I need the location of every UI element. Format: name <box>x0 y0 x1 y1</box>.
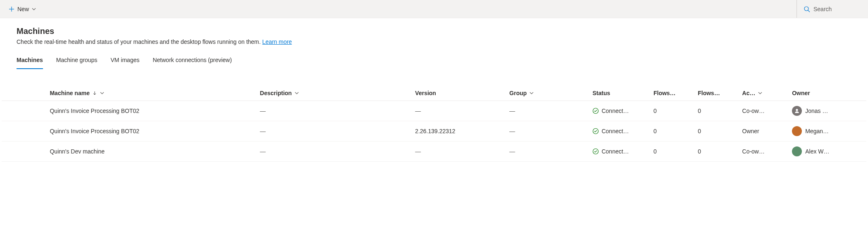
col-group-label: Group <box>509 90 527 96</box>
subtitle-text: Check the real-time health and status of… <box>17 38 262 45</box>
col-access-label: Ac… <box>742 90 756 96</box>
avatar <box>792 126 802 136</box>
row-select-cell <box>2 101 35 121</box>
chevron-down-icon <box>31 7 36 12</box>
row-select-cell <box>2 141 35 162</box>
sort-arrow-down-icon <box>92 91 97 96</box>
learn-more-link[interactable]: Learn more <box>262 38 292 45</box>
col-flows-queued[interactable]: Flows… <box>694 86 739 101</box>
command-bar: New <box>0 0 868 18</box>
col-flows-running[interactable]: Flows… <box>650 86 694 101</box>
status-connected-icon <box>592 108 599 114</box>
cell-machine-name[interactable]: Quinn's Invoice Processing BOT02 <box>35 101 256 121</box>
cell-owner: Jonas … <box>789 101 866 121</box>
status-connected-icon <box>592 128 599 134</box>
svg-point-2 <box>804 7 808 11</box>
machines-table: Machine name Description <box>2 86 866 162</box>
avatar <box>792 146 802 156</box>
cell-status: Connect… <box>589 121 650 141</box>
cell-flows-running: 0 <box>650 141 694 162</box>
col-description[interactable]: Description <box>257 86 412 101</box>
tab-vm-images[interactable]: VM images <box>110 53 139 69</box>
col-machine-name[interactable]: Machine name <box>35 86 256 101</box>
col-select <box>2 86 35 101</box>
cell-status: Connect… <box>589 141 650 162</box>
cell-status: Connect… <box>589 101 650 121</box>
cell-flows-running: 0 <box>650 101 694 121</box>
machines-table-wrap: Machine name Description <box>0 69 868 162</box>
svg-point-5 <box>593 108 599 114</box>
svg-line-3 <box>808 10 810 12</box>
col-access[interactable]: Ac… <box>739 86 789 101</box>
new-button-label: New <box>17 6 29 12</box>
search-icon <box>804 6 810 12</box>
search-box[interactable] <box>796 0 863 18</box>
table-row[interactable]: Quinn's Invoice Processing BOT02—2.26.13… <box>2 121 866 141</box>
cell-machine-name[interactable]: Quinn's Invoice Processing BOT02 <box>35 121 256 141</box>
cell-flows-queued: 0 <box>694 101 739 121</box>
new-button[interactable]: New <box>5 3 40 15</box>
plus-icon <box>8 6 15 12</box>
col-flows-queued-label: Flows… <box>698 90 720 96</box>
col-group[interactable]: Group <box>506 86 589 101</box>
cell-access: Co-ow… <box>739 101 789 121</box>
cell-access: Co-ow… <box>739 141 789 162</box>
cell-version: 2.26.139.22312 <box>412 121 506 141</box>
table-row[interactable]: Quinn's Dev machine———Connect…00Co-ow…Al… <box>2 141 866 162</box>
cell-flows-queued: 0 <box>694 141 739 162</box>
col-description-label: Description <box>260 90 292 96</box>
cell-description: — <box>257 121 412 141</box>
cell-version: — <box>412 101 506 121</box>
table-header-row: Machine name Description <box>2 86 866 101</box>
cell-owner: Megan… <box>789 121 866 141</box>
cell-owner: Alex W… <box>789 141 866 162</box>
col-owner-label: Owner <box>792 90 810 96</box>
row-select-cell <box>2 121 35 141</box>
status-connected-icon <box>592 148 599 155</box>
table-row[interactable]: Quinn's Invoice Processing BOT02———Conne… <box>2 101 866 121</box>
command-bar-left: New <box>5 3 40 15</box>
col-flows-running-label: Flows… <box>653 90 676 96</box>
col-status-label: Status <box>592 90 610 96</box>
chevron-down-icon <box>294 91 299 96</box>
cell-description: — <box>257 141 412 162</box>
col-status[interactable]: Status <box>589 86 650 101</box>
chevron-down-icon <box>100 91 105 96</box>
svg-point-6 <box>796 109 798 111</box>
tab-machines[interactable]: Machines <box>17 53 43 69</box>
page-header: Machines Check the real-time health and … <box>0 18 868 45</box>
tabs: MachinesMachine groupsVM imagesNetwork c… <box>0 53 868 69</box>
cell-description: — <box>257 101 412 121</box>
col-owner[interactable]: Owner <box>789 86 866 101</box>
page-title: Machines <box>17 26 851 36</box>
svg-point-8 <box>593 149 599 154</box>
col-machine-name-label: Machine name <box>50 90 89 96</box>
cell-group: — <box>506 101 589 121</box>
chevron-down-icon <box>758 91 763 96</box>
cell-access: Owner <box>739 121 789 141</box>
cell-group: — <box>506 141 589 162</box>
avatar <box>792 106 802 116</box>
chevron-down-icon <box>529 91 534 96</box>
cell-machine-name[interactable]: Quinn's Dev machine <box>35 141 256 162</box>
col-version[interactable]: Version <box>412 86 506 101</box>
page-subtitle: Check the real-time health and status of… <box>17 38 851 45</box>
col-version-label: Version <box>415 90 436 96</box>
cell-flows-running: 0 <box>650 121 694 141</box>
cell-flows-queued: 0 <box>694 121 739 141</box>
cell-version: — <box>412 141 506 162</box>
search-input[interactable] <box>813 6 863 12</box>
tab-network-connections-preview-[interactable]: Network connections (preview) <box>153 53 231 69</box>
tab-machine-groups[interactable]: Machine groups <box>56 53 98 69</box>
svg-point-7 <box>593 129 599 134</box>
cell-group: — <box>506 121 589 141</box>
